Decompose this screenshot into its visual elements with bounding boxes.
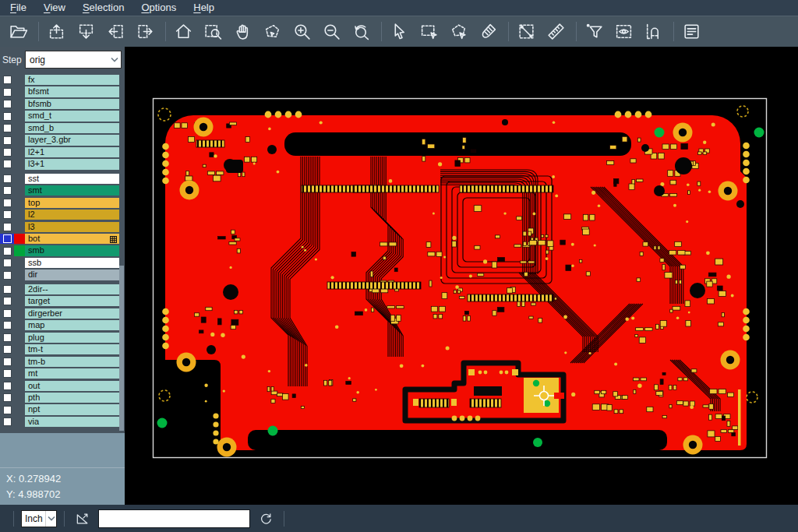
shift-left-button[interactable] — [104, 19, 128, 44]
pcb-canvas[interactable] — [125, 47, 798, 505]
select-cursor-button[interactable] — [387, 19, 411, 44]
layer-name-l3+1[interactable]: l3+1 — [25, 159, 119, 169]
layer-name-dir[interactable]: dir — [25, 270, 119, 280]
layer-name-plug[interactable]: plug — [25, 333, 119, 343]
home-view-button[interactable] — [171, 19, 196, 44]
ruler-button[interactable] — [544, 19, 568, 44]
layer-name-top[interactable]: top — [25, 198, 119, 208]
layer-name-tm-t[interactable]: tm-t — [25, 344, 119, 354]
layer-name-bot[interactable]: bot — [25, 234, 119, 244]
layer-label: layer_3.gbr — [28, 135, 119, 145]
layer-checkbox-l3+1[interactable] — [0, 159, 14, 169]
layer-checkbox-bfsmb[interactable] — [0, 99, 14, 109]
layer-checkbox-bot[interactable] — [0, 234, 14, 244]
layer-checkbox-sst[interactable] — [0, 174, 14, 184]
layer-name-out[interactable]: out — [25, 381, 119, 391]
layer-name-via[interactable]: via — [25, 417, 119, 427]
measure-distance-button[interactable] — [514, 19, 538, 44]
zoom-in-button[interactable] — [290, 19, 314, 44]
layer-name-tm-b[interactable]: tm-b — [25, 357, 119, 367]
layer-checkbox-dirgerber[interactable] — [0, 308, 14, 319]
zoom-window-button[interactable] — [201, 19, 225, 44]
layer-checkbox-l3[interactable] — [0, 222, 14, 232]
filter-funnel-button[interactable] — [582, 19, 606, 44]
layer-checkbox-layer_3.gbr[interactable] — [0, 135, 14, 145]
layer-name-fx[interactable]: fx — [25, 75, 119, 85]
menu-options[interactable]: Options — [132, 0, 185, 16]
pcb-view[interactable] — [125, 47, 798, 505]
grid-icon — [110, 235, 117, 242]
layer-label: sst — [28, 174, 119, 184]
step-select-value: orig — [26, 55, 108, 65]
layer-checkbox-tm-t[interactable] — [0, 344, 14, 354]
layer-checkbox-tm-b[interactable] — [0, 357, 14, 367]
layer-name-l2[interactable]: l2 — [25, 210, 119, 220]
layer-checkbox-smb[interactable] — [0, 245, 14, 255]
layer-checkbox-fx[interactable] — [0, 75, 14, 85]
menu-selection[interactable]: Selection — [74, 0, 132, 16]
scrollbar-thumb[interactable] — [119, 266, 124, 431]
pan-hand-button[interactable] — [231, 19, 255, 44]
layer-checkbox-mt[interactable] — [0, 368, 14, 379]
layer-checkbox-smt[interactable] — [0, 185, 14, 196]
menu-view[interactable]: View — [35, 0, 74, 16]
layer-checkbox-via[interactable] — [0, 417, 14, 427]
layer-checkbox-bfsmt[interactable] — [0, 86, 14, 97]
layer-checkbox-smd_t[interactable] — [0, 111, 14, 121]
zoom-out-button[interactable] — [320, 19, 344, 44]
shift-right-button[interactable] — [133, 19, 157, 44]
command-input[interactable] — [98, 509, 250, 528]
layer-name-mt[interactable]: mt — [25, 368, 119, 379]
layer-checkbox-map[interactable] — [0, 320, 14, 330]
checkbox-icon — [3, 358, 12, 366]
layer-label: npt — [28, 404, 119, 414]
zoom-previous-button[interactable] — [349, 19, 373, 44]
layer-name-l2+1[interactable]: l2+1 — [25, 147, 119, 157]
corner-ruler-icon[interactable] — [73, 509, 92, 528]
layer-name-bfsmt[interactable]: bfsmt — [25, 86, 119, 97]
layer-scrollbar[interactable] — [119, 72, 124, 433]
layer-name-l3[interactable]: l3 — [25, 222, 119, 232]
layer-name-smd_b[interactable]: smd_b — [25, 123, 119, 133]
layer-name-layer_3.gbr[interactable]: layer_3.gbr — [25, 135, 119, 145]
layer-name-target[interactable]: target — [25, 296, 119, 306]
layer-name-npt[interactable]: npt — [25, 404, 119, 414]
highlight-eye-button[interactable] — [612, 19, 636, 44]
shift-down-button[interactable] — [74, 19, 98, 44]
layer-name-smd_t[interactable]: smd_t — [25, 111, 119, 121]
layer-name-ssb[interactable]: ssb — [25, 258, 119, 268]
layer-checkbox-out[interactable] — [0, 381, 14, 391]
layer-name-2dir--[interactable]: 2dir-- — [25, 284, 119, 294]
layer-name-bfsmb[interactable]: bfsmb — [25, 99, 119, 109]
layer-checkbox-l2+1[interactable] — [0, 147, 14, 157]
layer-checkbox-npt[interactable] — [0, 404, 14, 414]
layer-name-pth[interactable]: pth — [25, 393, 119, 403]
layer-checkbox-smd_b[interactable] — [0, 123, 14, 133]
layer-checkbox-top[interactable] — [0, 198, 14, 208]
step-select[interactable]: orig — [25, 51, 122, 69]
menu-file[interactable]: File — [2, 0, 35, 16]
select-polygon-button[interactable] — [447, 19, 471, 44]
select-rectangle-button[interactable] — [417, 19, 441, 44]
clean-brush-button[interactable] — [476, 19, 500, 44]
layer-name-smb[interactable]: smb — [25, 245, 119, 255]
layer-checkbox-dir[interactable] — [0, 270, 14, 280]
layer-name-dirgerber[interactable]: dirgerber — [25, 308, 119, 319]
menu-help[interactable]: Help — [185, 0, 223, 16]
open-folder-button[interactable] — [6, 19, 30, 44]
zoom-polygon-button[interactable] — [260, 19, 284, 44]
layer-name-map[interactable]: map — [25, 320, 119, 330]
unit-select[interactable]: Inch — [21, 510, 57, 527]
layer-checkbox-l2[interactable] — [0, 210, 14, 220]
layer-checkbox-ssb[interactable] — [0, 258, 14, 268]
layer-checkbox-pth[interactable] — [0, 393, 14, 403]
layer-checkbox-2dir--[interactable] — [0, 284, 14, 294]
snap-magnet-button[interactable] — [641, 19, 666, 44]
layer-name-smt[interactable]: smt — [25, 185, 119, 196]
layer-checkbox-plug[interactable] — [0, 333, 14, 343]
refresh-icon[interactable] — [256, 509, 275, 528]
layer-checkbox-target[interactable] — [0, 296, 14, 306]
report-panel-button[interactable] — [680, 19, 704, 44]
shift-up-button[interactable] — [44, 19, 69, 44]
layer-name-sst[interactable]: sst — [25, 174, 119, 184]
